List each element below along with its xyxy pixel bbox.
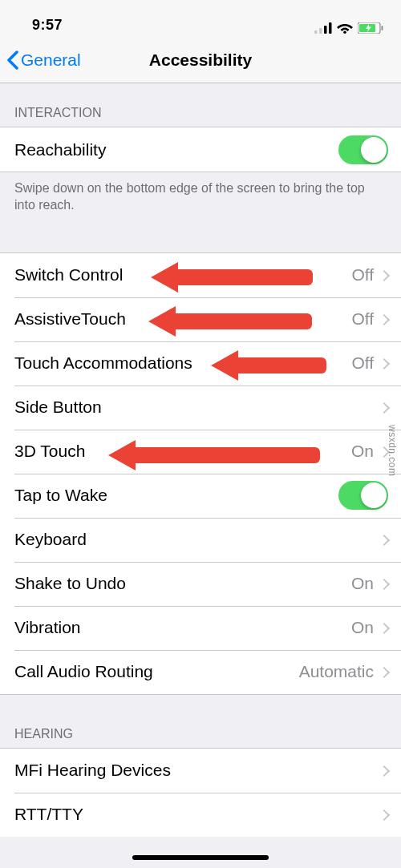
row-rtt-tty[interactable]: RTT/TTY (0, 793, 401, 837)
row-switch-control[interactable]: Switch Control Off (0, 253, 401, 297)
spacer (0, 220, 401, 252)
chevron-right-icon (379, 809, 390, 821)
toggle-tap-to-wake[interactable] (338, 481, 388, 510)
svg-rect-1 (319, 28, 322, 34)
nav-header: General Accessibility (0, 37, 401, 83)
row-shake-to-undo[interactable]: Shake to Undo On (0, 562, 401, 606)
row-reachability[interactable]: Reachability (0, 127, 401, 172)
row-label: Keyboard (14, 530, 380, 549)
row-label: Side Button (14, 398, 380, 417)
home-indicator[interactable] (132, 855, 269, 860)
back-label: General (21, 50, 81, 70)
toggle-knob (361, 137, 387, 163)
watermark: wsxdn.com (387, 425, 398, 477)
svg-rect-2 (324, 26, 327, 34)
row-touch-accommodations[interactable]: Touch Accommodations Off (0, 341, 401, 386)
section-header-hearing: HEARING (0, 695, 401, 748)
chevron-left-icon (6, 50, 19, 70)
row-label: Tap to Wake (14, 486, 338, 505)
row-label: Shake to Undo (14, 574, 351, 593)
group-interaction-items: Switch Control Off AssistiveTouch Off To… (0, 252, 401, 695)
row-value: Automatic (299, 662, 374, 681)
status-bar: 9:57 (0, 0, 401, 37)
section-footer-interaction: Swipe down on the bottom edge of the scr… (0, 172, 401, 220)
chevron-right-icon (379, 535, 390, 546)
row-label: Call Audio Routing (14, 662, 299, 681)
chevron-right-icon (379, 765, 390, 777)
row-value: On (351, 618, 374, 637)
row-label: Touch Accommodations (14, 353, 351, 373)
row-keyboard[interactable]: Keyboard (0, 518, 401, 562)
svg-point-4 (343, 30, 346, 34)
row-value: Off (351, 265, 374, 285)
toggle-reachability[interactable] (338, 135, 388, 164)
chevron-right-icon (379, 270, 390, 281)
chevron-right-icon (379, 402, 390, 414)
row-value: On (351, 442, 374, 461)
row-mfi-hearing-devices[interactable]: MFi Hearing Devices (0, 749, 401, 793)
wifi-icon (337, 22, 353, 34)
row-label: 3D Touch (14, 442, 351, 461)
svg-rect-0 (314, 30, 318, 34)
row-call-audio-routing[interactable]: Call Audio Routing Automatic (0, 650, 401, 694)
group-reachability: Reachability (0, 127, 401, 172)
row-label: MFi Hearing Devices (14, 761, 380, 780)
row-side-button[interactable]: Side Button (0, 386, 401, 430)
row-label: Switch Control (14, 265, 351, 285)
section-header-interaction: INTERACTION (0, 83, 401, 127)
svg-rect-3 (329, 22, 332, 34)
chevron-right-icon (379, 314, 390, 325)
toggle-knob (361, 482, 387, 508)
row-label: Vibration (14, 618, 351, 637)
row-label: Reachability (14, 140, 338, 159)
row-assistivetouch[interactable]: AssistiveTouch Off (0, 297, 401, 341)
row-3d-touch[interactable]: 3D Touch On (0, 430, 401, 474)
row-label: AssistiveTouch (14, 309, 351, 329)
signal-icon (314, 22, 332, 34)
chevron-right-icon (379, 623, 390, 634)
group-hearing: MFi Hearing Devices RTT/TTY (0, 748, 401, 837)
row-label: RTT/TTY (14, 805, 380, 824)
chevron-right-icon (379, 579, 390, 590)
battery-icon (358, 22, 383, 34)
chevron-right-icon (379, 358, 390, 369)
status-icons (314, 22, 383, 34)
svg-rect-6 (382, 26, 383, 30)
row-value: On (351, 574, 374, 593)
status-time: 9:57 (32, 17, 63, 34)
row-value: Off (351, 309, 374, 329)
back-button[interactable]: General (0, 50, 81, 70)
row-value: Off (351, 353, 374, 373)
row-vibration[interactable]: Vibration On (0, 606, 401, 650)
row-tap-to-wake[interactable]: Tap to Wake (0, 474, 401, 518)
chevron-right-icon (379, 667, 390, 678)
